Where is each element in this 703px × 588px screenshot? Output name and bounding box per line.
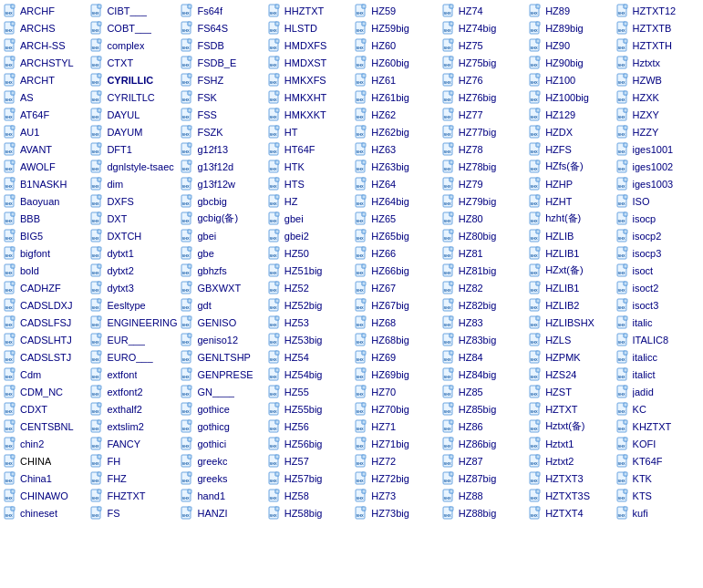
list-item[interactable]: SHX HZ83big (440, 331, 527, 348)
list-item[interactable]: SHX GBXWXT (179, 279, 265, 296)
list-item[interactable]: SHX HZLIBSHX (527, 314, 614, 331)
list-item[interactable]: SHX HZ90big (527, 54, 614, 71)
list-item[interactable]: SHX HZ62 (353, 106, 439, 123)
list-item[interactable]: SHX DAYUL (88, 106, 179, 123)
list-item[interactable]: SHX HZ54 (266, 348, 353, 366)
list-item[interactable]: SHX kufi (615, 504, 701, 521)
list-item[interactable]: SHX HZ69 (353, 348, 439, 366)
list-item[interactable]: SHX Hztxt2 (527, 452, 614, 469)
list-item[interactable]: SHX HZ72 (353, 452, 439, 469)
list-item[interactable]: SHX HZ68big (353, 331, 439, 348)
list-item[interactable]: SHX HZTXT12 (615, 2, 701, 19)
list-item[interactable]: SHX extslim2 (88, 418, 179, 435)
list-item[interactable]: SHX italic (615, 314, 701, 331)
list-item[interactable]: SHX HZ79big (440, 192, 527, 210)
list-item[interactable]: SHX AT64F (2, 106, 88, 123)
list-item[interactable]: SHX HZ79 (440, 175, 527, 192)
list-item[interactable]: SHX isoct (615, 262, 701, 279)
list-item[interactable]: SHX FS (88, 504, 179, 521)
list-item[interactable]: SHX AWOLF (2, 158, 88, 175)
list-item[interactable]: SHX HZ78big (440, 158, 527, 175)
list-item[interactable]: SHX chin2 (2, 435, 88, 452)
list-item[interactable]: SHX Eesltype (88, 296, 179, 314)
list-item[interactable]: SHX geniso12 (179, 331, 265, 348)
list-item[interactable]: SHX HTK (266, 158, 353, 175)
list-item[interactable]: SHX FH (88, 452, 179, 469)
list-item[interactable]: SHX COBT___ (88, 19, 179, 36)
list-item[interactable]: SHX BIG5 (2, 227, 88, 244)
list-item[interactable]: SHX HZZY (615, 123, 701, 140)
list-item[interactable]: SHX HZ70big (353, 400, 439, 418)
list-item[interactable]: SHX HZ75 (440, 36, 527, 54)
list-item[interactable]: SHX HT (266, 123, 353, 140)
list-item[interactable]: SHX CADHZF (2, 279, 88, 296)
list-item[interactable]: SHX HZ85big (440, 400, 527, 418)
list-item[interactable]: SHX HZ65 (353, 210, 439, 227)
list-item[interactable]: SHX HZ67 (353, 279, 439, 296)
list-item[interactable]: SHX ENGINEERING (88, 314, 179, 331)
list-item[interactable]: SHX HZ71 (353, 418, 439, 435)
list-item[interactable]: SHX HLSTD (266, 19, 353, 36)
list-item[interactable]: SHX HZ100big (527, 88, 614, 106)
list-item[interactable]: SHX CADSLSTJ (2, 348, 88, 366)
list-item[interactable]: SHX HZ63big (353, 158, 439, 175)
list-item[interactable]: SHX CDXT (2, 400, 88, 418)
list-item[interactable]: SHX HZ88big (440, 504, 527, 521)
list-item[interactable]: SHX greekc (179, 452, 265, 469)
list-item[interactable]: SHX CIBT___ (88, 2, 179, 19)
list-item[interactable]: SHX FHZ (88, 469, 179, 487)
list-item[interactable]: SHX hand1 (179, 487, 265, 504)
list-item[interactable]: SHX HZ64big (353, 192, 439, 210)
list-item[interactable]: SHX HZ90 (527, 36, 614, 54)
list-item[interactable]: SHX ITALIC8 (615, 331, 701, 348)
list-item[interactable]: SHX HZ60big (353, 54, 439, 71)
list-item[interactable]: SHX AVANT (2, 140, 88, 158)
list-item[interactable]: SHX iges1003 (615, 175, 701, 192)
list-item[interactable]: SHX HZ100 (527, 71, 614, 88)
list-item[interactable]: SHX HZ85 (440, 383, 527, 400)
list-item[interactable]: SHX gbei2 (266, 227, 353, 244)
list-item[interactable]: SHX HZ83 (440, 314, 527, 331)
list-item[interactable]: SHX KTS (615, 487, 701, 504)
list-item[interactable]: SHX HZ58 (266, 487, 353, 504)
list-item[interactable]: SHX gbe (179, 244, 265, 262)
list-item[interactable]: SHX HZ63 (353, 140, 439, 158)
list-item[interactable]: SHX HZ74big (440, 19, 527, 36)
list-item[interactable]: SHX HMDXST (266, 54, 353, 71)
list-item[interactable]: SHX ARCHF (2, 2, 88, 19)
list-item[interactable]: SHX HZ55 (266, 383, 353, 400)
list-item[interactable]: SHX iges1001 (615, 140, 701, 158)
list-item[interactable]: SHX FSK (179, 88, 265, 106)
list-item[interactable]: SHX HZ80big (440, 227, 527, 244)
list-item[interactable]: SHX HZ67big (353, 296, 439, 314)
list-item[interactable]: SHX HZ70 (353, 383, 439, 400)
list-item[interactable]: SHX HZS24 (527, 366, 614, 383)
list-item[interactable]: SHX gbei (179, 227, 265, 244)
list-item[interactable]: SHX FHZTXT (88, 487, 179, 504)
list-item[interactable]: SHX HZ60 (353, 36, 439, 54)
list-item[interactable]: SHX DFT1 (88, 140, 179, 158)
list-item[interactable]: SHX complex (88, 36, 179, 54)
list-item[interactable]: SHX HZxt(备) (527, 262, 614, 279)
list-item[interactable]: SHX HZLS (527, 331, 614, 348)
list-item[interactable]: SHX Cdm (2, 366, 88, 383)
list-item[interactable]: SHX GENISO (179, 314, 265, 331)
list-item[interactable]: SHX HZFS (527, 140, 614, 158)
list-item[interactable]: SHX HZ61 (353, 71, 439, 88)
list-item[interactable]: SHX ARCHSTYL (2, 54, 88, 71)
list-item[interactable]: SHX CHINA (2, 452, 88, 469)
list-item[interactable]: SHX B1NASKH (2, 175, 88, 192)
list-item[interactable]: SHX HZ52 (266, 279, 353, 296)
list-item[interactable]: SHX CDM_NC (2, 383, 88, 400)
list-item[interactable]: SHX HZHP (527, 175, 614, 192)
list-item[interactable]: SHX HZ84big (440, 366, 527, 383)
list-item[interactable]: SHX greeks (179, 469, 265, 487)
list-item[interactable]: SHX dim (88, 175, 179, 192)
list-item[interactable]: SHX HZ59 (353, 2, 439, 19)
list-item[interactable]: SHX g13f12w (179, 175, 265, 192)
list-item[interactable]: SHX HZ56big (266, 435, 353, 452)
list-item[interactable]: SHX KC (615, 400, 701, 418)
list-item[interactable]: SHX CENTSBNL (2, 418, 88, 435)
list-item[interactable]: SHX Fs64f (179, 2, 265, 19)
list-item[interactable]: SHX HZ129 (527, 106, 614, 123)
